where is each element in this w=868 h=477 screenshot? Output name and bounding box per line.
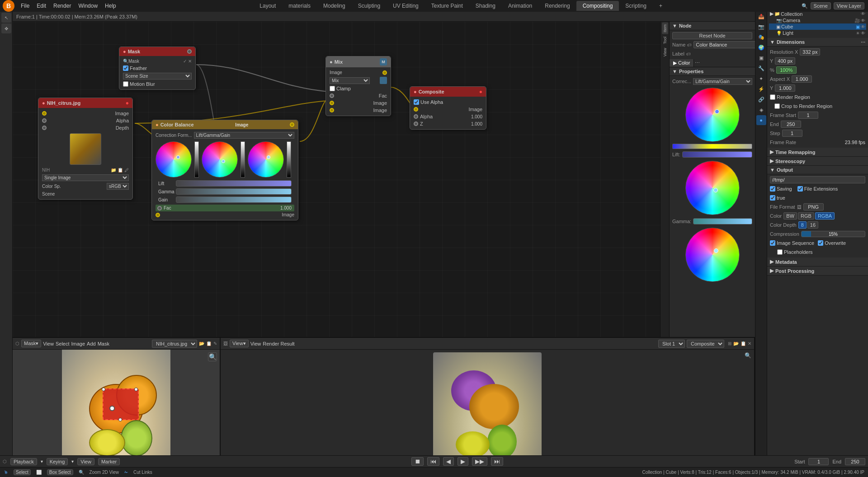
gamma-prop-wheel[interactable]: [685, 161, 740, 215]
props-icon-object[interactable]: ▣: [756, 53, 766, 63]
correction-select-props[interactable]: Lift/Gamma/Gain: [693, 78, 752, 85]
mask-point-2[interactable]: [134, 388, 138, 391]
gain-bar[interactable]: [176, 196, 292, 203]
select-btn-status[interactable]: Select: [14, 469, 31, 475]
img-image-btn[interactable]: Image: [71, 341, 85, 346]
light-row[interactable]: 💡 Light ☀ 👁: [769, 30, 866, 36]
gain-color-wheel[interactable]: [248, 141, 284, 178]
res-pct-val[interactable]: 100%: [776, 66, 797, 74]
view-layer-selector[interactable]: View Layer: [834, 2, 864, 9]
tab-shading[interactable]: Shading: [469, 1, 502, 11]
file-ext-cb[interactable]: File Extensions: [797, 186, 838, 192]
colorspace-select[interactable]: sRGB: [107, 183, 129, 190]
node-canvas-area[interactable]: ● Mask 🔍 Mask ✓ ✕: [13, 22, 660, 337]
props-icon-particles[interactable]: ✦: [756, 74, 766, 84]
tab-sculpting[interactable]: Sculpting: [352, 1, 387, 11]
menu-edit[interactable]: Edit: [33, 2, 50, 10]
metadata-header[interactable]: ▶ Metadata: [767, 257, 868, 267]
tab-modeling[interactable]: Modeling: [317, 1, 352, 11]
keying-menu[interactable]: Keying: [47, 458, 68, 465]
aspect-x-val[interactable]: 1.000: [792, 75, 812, 83]
props-icon-constraints[interactable]: 🔗: [756, 94, 766, 104]
zoom-in-btn[interactable]: 🔍: [208, 352, 217, 361]
tab-add[interactable]: +: [653, 1, 669, 11]
box-select-btn-status[interactable]: Box Select: [47, 469, 73, 475]
props-section-header[interactable]: ▼ Properties: [670, 67, 755, 76]
frame-step-val[interactable]: 1: [782, 130, 802, 137]
view-btn[interactable]: View: [250, 341, 261, 346]
slot-select[interactable]: Slot 1: [658, 340, 685, 348]
post-processing-header[interactable]: ▶ Post Processing: [767, 267, 868, 276]
mask-view-btn[interactable]: Mask▾: [21, 340, 41, 347]
depth-8-btn[interactable]: 8: [798, 221, 807, 229]
saving-cb[interactable]: Saving: [770, 186, 792, 192]
next-keyframe-btn[interactable]: ⏭: [491, 457, 503, 466]
composite-select[interactable]: Composite: [687, 340, 724, 348]
gamma-slider-prop[interactable]: [693, 218, 752, 224]
keying-arrow[interactable]: ▾: [71, 459, 74, 464]
image-seq-cb[interactable]: Image Sequence: [770, 240, 814, 246]
sidebar-tool-2[interactable]: ↖: [1, 13, 11, 23]
crop-cb[interactable]: Crop to Render Region: [774, 103, 832, 109]
view-timeline-menu[interactable]: View: [77, 458, 94, 465]
img-add-btn[interactable]: Add: [87, 341, 96, 346]
img-mask-btn[interactable]: Mask: [98, 341, 109, 346]
node-section-header[interactable]: ▼ Node: [670, 22, 755, 30]
bw-btn[interactable]: BW: [783, 212, 797, 220]
start-frame-input[interactable]: 1: [808, 458, 829, 465]
rgb-btn[interactable]: RGB: [798, 212, 814, 220]
marker-menu[interactable]: Marker: [98, 458, 120, 465]
mask-size-select[interactable]: Scene Size: [123, 73, 192, 80]
tab-tool[interactable]: Tool: [662, 35, 668, 46]
image-type-select[interactable]: Single Image: [42, 174, 129, 181]
placeholders-cb[interactable]: Placeholders: [770, 249, 813, 255]
res-y-val[interactable]: 400 px: [775, 57, 795, 65]
tab-color[interactable]: ▶ Color: [670, 59, 694, 67]
lift-slider-prop[interactable]: [682, 151, 752, 158]
props-icon-modifier[interactable]: 🔧: [756, 63, 766, 73]
tab-materials[interactable]: materials: [282, 1, 317, 11]
props-icon-world[interactable]: 🌍: [756, 42, 766, 52]
tab-rendering[interactable]: Rendering: [538, 1, 576, 11]
gain-prop-wheel[interactable]: [685, 228, 740, 282]
frame-end-val[interactable]: 250: [781, 121, 801, 128]
img-view-btn[interactable]: View: [43, 341, 54, 346]
frame-start-val[interactable]: 1: [798, 112, 818, 119]
correction-form-select[interactable]: Lift/Gamma/Gain: [194, 132, 294, 139]
menu-render[interactable]: Render: [50, 2, 75, 10]
composite-node[interactable]: ● Composite ● Use Alpha: [410, 86, 486, 130]
output-header[interactable]: ▼ Output: [767, 166, 868, 174]
cache-result-cb[interactable]: true: [770, 195, 785, 201]
sidebar-tool-3[interactable]: ✥: [1, 23, 11, 33]
props-icon-scene[interactable]: 🎭: [756, 32, 766, 42]
rgba-btn[interactable]: RGBA: [815, 212, 835, 220]
stereoscopy-header[interactable]: ▶ Stereoscopy: [767, 157, 868, 166]
output-path-input[interactable]: [770, 176, 865, 183]
tab-texture-paint[interactable]: Texture Paint: [425, 1, 469, 11]
tab-scripting[interactable]: Scripting: [619, 1, 653, 11]
props-icon-physics[interactable]: ⚡: [756, 84, 766, 94]
mask-node[interactable]: ● Mask 🔍 Mask ✓ ✕: [119, 47, 196, 90]
prev-frame-btn[interactable]: ◀: [443, 457, 454, 466]
overwrite-cb[interactable]: Overwrite: [818, 240, 846, 246]
end-frame-input[interactable]: 250: [845, 458, 865, 465]
tab-uv-editing[interactable]: UV Editing: [387, 1, 425, 11]
depth-16-btn[interactable]: 16: [807, 221, 818, 229]
mix-node[interactable]: ● Mix M Image Mix: [326, 56, 391, 116]
clamp-checkbox[interactable]: Clamp: [330, 86, 351, 91]
menu-help[interactable]: Help: [101, 2, 120, 10]
cube-row[interactable]: ▣ Cube ▣ 👁: [769, 23, 866, 30]
dimensions-header[interactable]: ▼ Dimensions ⋯: [767, 38, 868, 47]
aspect-y-val[interactable]: 1.000: [775, 84, 795, 92]
tab-layout[interactable]: Layout: [253, 1, 282, 11]
tab-more[interactable]: ⋯: [694, 59, 701, 67]
render-zoom-btn[interactable]: 🔍: [745, 352, 751, 359]
prev-keyframe-btn[interactable]: ⏮: [427, 457, 439, 466]
mask-point-1[interactable]: [102, 388, 105, 391]
img-file-select[interactable]: NIH_citrus.jpg: [152, 340, 197, 348]
color-balance-node[interactable]: ● Color Balance Image Correction Form...…: [151, 120, 298, 220]
playback-menu[interactable]: Playback: [10, 458, 37, 465]
props-icon-output[interactable]: 📤: [756, 11, 766, 21]
image-node[interactable]: ● NIH_citrus.jpg ● Image Alpha: [38, 98, 133, 200]
playback-menu-arrow[interactable]: ▾: [41, 459, 43, 464]
